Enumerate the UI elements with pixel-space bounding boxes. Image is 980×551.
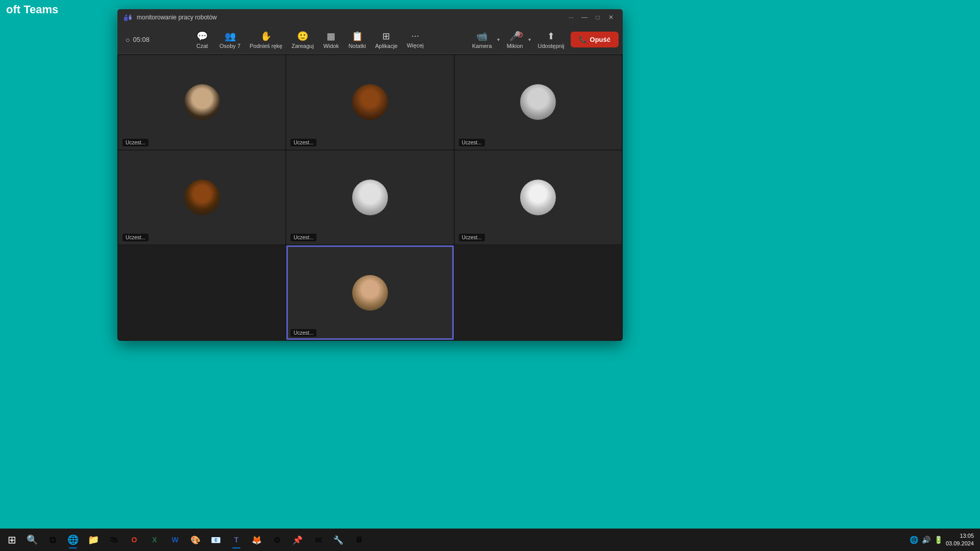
taskbar-app-edge[interactable]: 🌐 (63, 530, 83, 549)
taskbar-right: 🌐 🔊 🔋 13:05 03.09.2024 (909, 532, 978, 548)
taskbar-system-icons: 🌐 🔊 🔋 (909, 535, 944, 545)
avatar-7 (352, 275, 388, 311)
taskbar-app-explorer[interactable]: 📁 (84, 530, 103, 549)
participant-name-4: Uczest... (122, 234, 149, 241)
taskbar-app-word[interactable]: W (165, 530, 185, 549)
mic-arrow-button[interactable]: ▾ (527, 36, 532, 43)
window-titlebar: monitorowanie pracy robotów ··· — □ ✕ (117, 9, 623, 26)
window-more-button[interactable]: ··· (566, 13, 577, 22)
avatar-5 (352, 180, 388, 215)
participant-name-3: Uczest... (459, 139, 485, 146)
more-icon: ··· (411, 31, 419, 41)
taskbar-clock[interactable]: 13:05 03.09.2024 (946, 532, 974, 548)
window-minimize-button[interactable]: — (579, 13, 590, 22)
chat-label: Czat (197, 43, 208, 49)
timer-icon: ○ (126, 36, 130, 44)
people-button[interactable]: 👥 Osoby 7 (215, 29, 244, 51)
share-button[interactable]: ⬆ Udostępnij (534, 29, 569, 51)
leave-label: Opuść (590, 36, 610, 43)
taskbar-app-app1[interactable]: 🎨 (186, 530, 205, 549)
leave-icon: 📞 (579, 36, 587, 43)
video-cell-1: Uczest... (118, 55, 285, 149)
teams-window: monitorowanie pracy robotów ··· — □ ✕ ○ … (117, 9, 623, 341)
clock-time: 13:05 (946, 532, 974, 540)
video-cell-4: Uczest... (118, 151, 285, 245)
video-cell-empty-2 (455, 245, 622, 340)
chat-icon: 💬 (197, 31, 208, 42)
apps-icon: ⊞ (382, 31, 390, 42)
mic-button[interactable]: 🎤 Mikion ⊘ (503, 29, 527, 51)
taskbar-volume-icon[interactable]: 🔊 (921, 535, 932, 545)
raise-hand-label: Podnieś rękę (250, 43, 282, 49)
taskbar-start-button[interactable]: ⊞ (2, 530, 21, 549)
toolbar-center: 💬 Czat 👥 Osoby 7 ✋ Podnieś rękę 🙂 Zareag… (190, 29, 428, 51)
raise-hand-button[interactable]: ✋ Podnieś rękę (246, 29, 286, 51)
apps-label: Aplikacje (375, 43, 398, 49)
people-label: Osoby 7 (219, 43, 240, 49)
taskbar-apps: 🔍 ⧉ 🌐 📁 🛍 O X W 🎨 📧 T 🦊 ⚙ 📌 ✉ 🔧 🖥 (22, 530, 908, 549)
avatar-1 (184, 84, 220, 120)
camera-arrow-button[interactable]: ▾ (496, 36, 501, 43)
taskbar-app-taskview[interactable]: ⧉ (43, 530, 62, 549)
taskbar-app-search[interactable]: 🔍 (22, 530, 42, 549)
teams-logo-icon (124, 13, 133, 22)
participant-name-1: Uczest... (122, 139, 149, 146)
meeting-timer: 05:08 (133, 36, 150, 43)
window-controls: ··· — □ ✕ (566, 13, 617, 22)
taskbar-app-app6[interactable]: 🔧 (329, 530, 348, 549)
video-cell-6: Uczest... (455, 151, 622, 245)
taskbar-app-app2[interactable]: 📧 (206, 530, 226, 549)
react-button[interactable]: 🙂 Zareaguj (287, 29, 317, 51)
mic-group: 🎤 Mikion ⊘ ▾ (503, 29, 532, 51)
window-maximize-button[interactable]: □ (592, 13, 603, 22)
react-label: Zareaguj (291, 43, 313, 49)
taskbar: ⊞ 🔍 ⧉ 🌐 📁 🛍 O X W 🎨 📧 T 🦊 ⚙ 📌 ✉ 🔧 🖥 🌐 🔊 … (0, 529, 980, 551)
chat-button[interactable]: 💬 Czat (190, 29, 214, 51)
taskbar-app-store[interactable]: 🛍 (104, 530, 124, 549)
camera-label: Kamera (472, 43, 492, 49)
participant-name-7: Uczest... (290, 329, 316, 337)
apps-button[interactable]: ⊞ Aplikacje (371, 29, 402, 51)
video-grid: Uczest... Uczest... Uczest... Uczest... … (117, 54, 623, 341)
toolbar-right: 📹 Kamera ▾ 🎤 Mikion ⊘ ▾ ⬆ Udostępnij 📞 O (468, 29, 619, 51)
more-button[interactable]: ··· Więcej (403, 29, 428, 51)
video-cell-2: Uczest... (286, 55, 453, 149)
taskbar-battery-icon[interactable]: 🔋 (933, 535, 944, 545)
taskbar-network-icon[interactable]: 🌐 (909, 535, 919, 545)
taskbar-app-excel[interactable]: X (145, 530, 164, 549)
taskbar-app-app5[interactable]: ✉ (308, 530, 328, 549)
participant-name-5: Uczest... (290, 234, 316, 241)
svg-point-0 (130, 15, 131, 16)
share-label: Udostępnij (538, 43, 565, 49)
people-icon: 👥 (225, 31, 236, 42)
notes-button[interactable]: 📋 Notatki (345, 29, 370, 51)
avatar-2 (352, 84, 388, 120)
taskbar-app-office[interactable]: O (125, 530, 144, 549)
video-cell-7-active: Uczest... (286, 245, 453, 340)
taskbar-app-app3[interactable]: ⚙ (267, 530, 287, 549)
video-cell-empty-1 (118, 245, 285, 340)
participant-name-6: Uczest... (459, 234, 485, 241)
window-close-button[interactable]: ✕ (605, 13, 617, 22)
video-cell-5: Uczest... (286, 151, 453, 245)
taskbar-app-app7[interactable]: 🖥 (349, 530, 369, 549)
video-cell-3: Uczest... (455, 55, 622, 149)
window-title: monitorowanie pracy robotów (137, 14, 217, 21)
view-button[interactable]: ▦ Widok (319, 29, 344, 51)
taskbar-app-teams[interactable]: T (227, 530, 246, 549)
view-label: Widok (323, 43, 339, 49)
leave-button[interactable]: 📞 Opuść (571, 32, 619, 47)
notes-label: Notatki (349, 43, 366, 49)
mic-label: Mikion (507, 43, 523, 49)
taskbar-app-firefox[interactable]: 🦊 (247, 530, 266, 549)
raise-hand-icon: ✋ (260, 31, 272, 42)
app-title: oft Teams (0, 0, 64, 19)
taskbar-app-app4[interactable]: 📌 (288, 530, 307, 549)
camera-button[interactable]: 📹 Kamera (468, 29, 496, 51)
avatar-6 (520, 180, 556, 215)
avatar-4 (184, 180, 220, 215)
share-icon: ⬆ (547, 31, 555, 42)
camera-group: 📹 Kamera ▾ (468, 29, 501, 51)
toolbar-left: ○ 05:08 (121, 36, 150, 44)
clock-date: 03.09.2024 (946, 540, 974, 547)
